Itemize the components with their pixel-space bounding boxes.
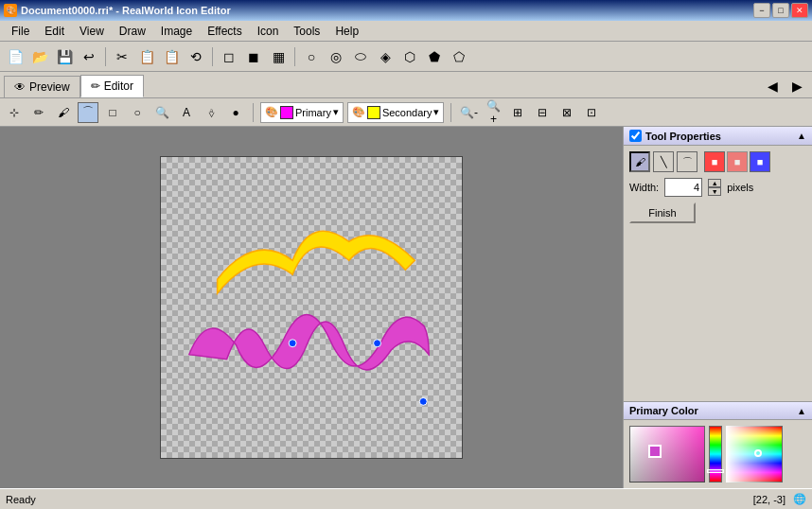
- open-button[interactable]: 📂: [28, 45, 51, 68]
- paste-button[interactable]: 📋: [160, 45, 183, 68]
- secondary-label: Secondary: [382, 107, 432, 118]
- width-input[interactable]: 4: [664, 178, 702, 197]
- menu-effects[interactable]: Effects: [200, 23, 249, 40]
- title-bar: 🎨 Document0000.rri* - RealWorld Icon Edi…: [0, 0, 812, 21]
- primary-color-swatch: [280, 106, 293, 119]
- canvas-svg: [161, 157, 462, 458]
- new-button[interactable]: 📄: [4, 45, 26, 68]
- shape1-button[interactable]: ○: [300, 45, 323, 68]
- shape3-button[interactable]: ⬭: [349, 45, 372, 68]
- shape7-button[interactable]: ⬠: [448, 45, 470, 68]
- width-up-button[interactable]: ▲: [708, 179, 721, 187]
- svg-point-3: [419, 397, 427, 405]
- menu-image[interactable]: Image: [153, 23, 200, 40]
- freehand-button[interactable]: 🖌: [629, 151, 650, 172]
- right-panel: Tool Properties ▲ 🖌 ╲ ⌒ ■ ■ ■ Width:: [623, 127, 812, 488]
- save-button[interactable]: 💾: [53, 45, 76, 68]
- tool-properties-panel: Tool Properties ▲ 🖌 ╲ ⌒ ■ ■ ■ Width:: [624, 127, 812, 229]
- select-tool-button[interactable]: ⊹: [4, 102, 25, 123]
- brush-tool-button[interactable]: 🖌: [53, 102, 74, 123]
- cut-button[interactable]: ✂: [111, 45, 133, 68]
- copy-button[interactable]: 📋: [135, 45, 158, 68]
- menu-view[interactable]: View: [72, 23, 112, 40]
- tool-properties-header: Tool Properties ▲: [624, 127, 812, 146]
- pencil-tool-button[interactable]: ✏: [28, 102, 49, 123]
- menu-bar: File Edit View Draw Image Effects Icon T…: [0, 21, 812, 42]
- color-gradient-area[interactable]: [629, 426, 705, 483]
- menu-draw[interactable]: Draw: [112, 23, 153, 40]
- maximize-button[interactable]: □: [772, 3, 789, 18]
- toolbar-separator-3: [294, 47, 295, 66]
- close-button[interactable]: ✕: [791, 3, 808, 18]
- color-panel-collapse-icon[interactable]: ▲: [797, 406, 806, 416]
- tool-options-bar: ⊹ ✏ 🖌 ⌒ □ ○ 🔍 A ⎀ ● 🎨 Primary ▾ 🎨 Second…: [0, 98, 812, 127]
- pixel-view-button[interactable]: ⊡: [581, 102, 602, 123]
- menu-icon[interactable]: Icon: [250, 23, 287, 40]
- actual-size-button[interactable]: ⊠: [556, 102, 577, 123]
- tool-options-separator-2: [450, 103, 451, 122]
- nav-right-button[interactable]: ▶: [786, 75, 808, 97]
- select-button[interactable]: ◻: [218, 45, 240, 68]
- minimize-button[interactable]: −: [753, 3, 770, 18]
- primary-icon: 🎨: [265, 106, 278, 118]
- secondary-color-dropdown[interactable]: 🎨 Secondary ▾: [347, 102, 445, 123]
- curve-button[interactable]: ⌒: [677, 151, 697, 172]
- zoom-in-button[interactable]: 🔍+: [483, 102, 503, 123]
- tool-properties-title: Tool Properties: [645, 131, 721, 142]
- drawing-canvas[interactable]: [160, 156, 463, 459]
- toolbar-separator-2: [212, 47, 213, 66]
- zoom-tool-button[interactable]: 🔍: [151, 102, 172, 123]
- rect-tool-button[interactable]: □: [102, 102, 123, 123]
- color-mode-2[interactable]: ■: [727, 151, 748, 172]
- fit-button[interactable]: ⊞: [507, 102, 528, 123]
- color-mode-3[interactable]: ■: [750, 151, 770, 172]
- curve-tool-button[interactable]: ⌒: [78, 102, 98, 123]
- panel-visible-checkbox[interactable]: [629, 130, 642, 142]
- rotate-button[interactable]: ⟲: [185, 45, 207, 68]
- color-panel-content: [624, 420, 812, 488]
- width-spinner: ▲ ▼: [708, 179, 721, 196]
- line-button[interactable]: ╲: [653, 151, 674, 172]
- full-spectrum[interactable]: [726, 426, 783, 483]
- fill-button[interactable]: ◼: [242, 45, 265, 68]
- fill-tool-button[interactable]: ●: [225, 102, 246, 123]
- color-panel-title: Primary Color: [629, 405, 698, 416]
- undo-button[interactable]: ↩: [78, 45, 100, 68]
- strip-indicator: [707, 469, 724, 473]
- tab-editor[interactable]: ✏ Editor: [80, 75, 144, 97]
- shape2-button[interactable]: ◎: [325, 45, 347, 68]
- nav-left-button[interactable]: ◀: [761, 75, 784, 97]
- menu-edit[interactable]: Edit: [37, 23, 72, 40]
- canvas-area[interactable]: [0, 127, 623, 488]
- color-mode-1[interactable]: ■: [704, 151, 725, 172]
- color-cursor: [648, 445, 662, 458]
- finish-button[interactable]: Finish: [629, 202, 696, 223]
- zoom-out-button[interactable]: 🔍-: [458, 102, 479, 123]
- status-icon: 🌐: [793, 493, 806, 505]
- collapse-icon[interactable]: ▲: [797, 131, 806, 141]
- shape5-button[interactable]: ⬡: [398, 45, 421, 68]
- menu-file[interactable]: File: [4, 23, 37, 40]
- shape4-button[interactable]: ◈: [374, 45, 397, 68]
- status-text: Ready: [6, 494, 36, 505]
- primary-label: Primary: [295, 107, 331, 118]
- main-area: Tool Properties ▲ 🖌 ╲ ⌒ ■ ■ ■ Width:: [0, 127, 812, 488]
- toolbar: 📄 📂 💾 ↩ ✂ 📋 📋 ⟲ ◻ ◼ ▦ ○ ◎ ⬭ ◈ ⬡ ⬟ ⬠: [0, 42, 812, 72]
- width-down-button[interactable]: ▼: [708, 187, 721, 196]
- menu-tools[interactable]: Tools: [286, 23, 327, 40]
- svg-point-1: [374, 340, 381, 347]
- menu-help[interactable]: Help: [327, 23, 366, 40]
- shape6-button[interactable]: ⬟: [423, 45, 446, 68]
- preview-label: Preview: [29, 80, 70, 94]
- ellipse-tool-button[interactable]: ○: [127, 102, 148, 123]
- grid-button[interactable]: ▦: [267, 45, 290, 68]
- color-strip[interactable]: [709, 426, 722, 483]
- grid-view-button[interactable]: ⊟: [532, 102, 553, 123]
- stamp-tool-button[interactable]: ⎀: [201, 102, 221, 123]
- svg-point-0: [289, 340, 296, 347]
- primary-color-dropdown[interactable]: 🎨 Primary ▾: [260, 102, 344, 123]
- tab-preview[interactable]: 👁 Preview: [4, 76, 80, 97]
- finish-row: Finish: [629, 202, 806, 223]
- text-tool-button[interactable]: A: [176, 102, 197, 123]
- app-icon: 🎨: [4, 4, 17, 17]
